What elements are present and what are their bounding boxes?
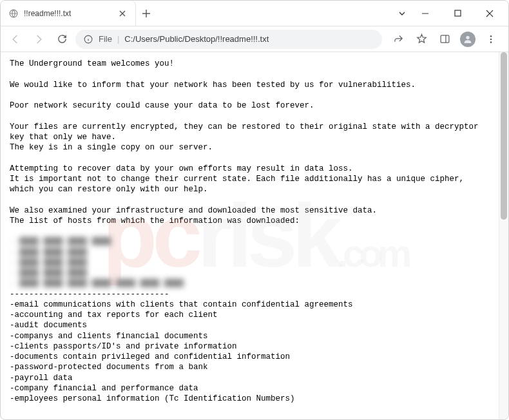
line: Attempting to recover data by your own e… [10,164,353,173]
forward-button[interactable] [29,30,48,49]
separator: --------------------------------- [10,290,169,299]
globe-icon [8,8,19,19]
file-scheme-label: File [99,34,112,44]
bookmark-icon[interactable] [413,31,430,48]
reload-button[interactable] [52,30,72,49]
share-icon[interactable] [390,31,407,48]
line: The list of hosts from which the informa… [10,216,300,225]
list-item: -clients passports/ID's and private info… [10,342,237,351]
side-panel-icon[interactable] [436,31,453,48]
titlebar: !!readme!!!.txt [1,1,508,26]
toolbar-right [386,31,503,48]
list-item: -documents contain privileged and confid… [10,352,290,361]
omnibox-separator: | [117,34,119,44]
window-controls [412,1,508,26]
redacted-hosts: - ████ ████ ████ ████ - ████ ████ ████ -… [10,237,184,288]
avatar[interactable] [459,31,476,48]
list-item: -password-protected documents from a ban… [10,363,208,372]
svg-point-4 [466,35,469,39]
line: Poor network security could cause your d… [10,101,314,110]
list-item: -company financial and performance data [10,384,198,393]
tab-title: !!readme!!!.txt [24,9,112,18]
text-content: The Underground team welcomes you! We wo… [1,52,499,419]
back-button[interactable] [6,30,25,49]
line: The Underground team welcomes you! [10,59,174,68]
svg-rect-3 [441,35,449,43]
list-item: -companys and clients financial document… [10,332,208,341]
svg-point-7 [490,41,492,43]
line: We would like to inform that your networ… [10,81,416,90]
toolbar: File | C:/Users/Public/Desktop/!!readme!… [1,26,508,52]
list-item: -email communications with clients that … [10,300,353,309]
svg-rect-1 [455,10,461,16]
omnibox[interactable]: File | C:/Users/Public/Desktop/!!readme!… [75,30,382,49]
list-item: -payroll data [10,374,73,383]
tab-search-button[interactable] [392,1,412,26]
minimize-button[interactable] [412,5,439,23]
menu-icon[interactable] [483,31,499,48]
browser-tab[interactable]: !!readme!!!.txt [1,1,136,26]
svg-point-5 [490,35,492,37]
list-item: -accounting and tax reports for each cli… [10,310,218,320]
close-window-button[interactable] [476,5,503,23]
file-path: C:/Users/Public/Desktop/!!readme!!!.txt [124,34,269,44]
scroll-thumb[interactable] [501,52,507,220]
line: It is important not to change their curr… [10,175,469,194]
close-tab-icon[interactable] [117,8,128,19]
info-icon[interactable] [83,34,93,44]
line: We also examined your infrastructure and… [10,206,377,215]
list-item: -employees personal information (Tc Iden… [10,394,295,403]
scroll-track[interactable] [499,52,508,419]
line: Your files are currently encrypted, they… [10,122,483,142]
list-item: -audit documents [10,321,87,330]
content-area: pcrisk.com The Underground team welcomes… [1,52,508,419]
new-tab-button[interactable] [136,1,157,26]
line: The key is in a single copy on our serve… [10,143,213,152]
maximize-button[interactable] [444,5,471,23]
scrollbar[interactable] [499,52,508,419]
svg-point-6 [490,38,492,40]
